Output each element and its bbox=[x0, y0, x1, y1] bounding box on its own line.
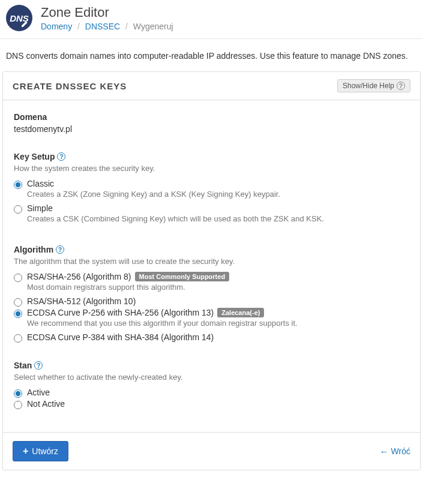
back-button-label: Wróć bbox=[391, 446, 410, 456]
panel-footer: Utwórz Wróć bbox=[3, 432, 420, 470]
key-setup-label-text: Key Setup bbox=[14, 152, 55, 161]
help-icon: ? bbox=[397, 82, 405, 90]
state-active-row: Active bbox=[14, 388, 409, 398]
algorithm-ecdsa256-radio[interactable] bbox=[14, 310, 22, 318]
state-inactive-radio[interactable] bbox=[14, 401, 22, 409]
algorithm-ecdsa384-label: ECDSA Curve P-384 with SHA-384 (Algorith… bbox=[27, 332, 214, 342]
key-setup-classic-radio[interactable] bbox=[14, 181, 22, 189]
algorithm-desc: The algorithm that the system will use t… bbox=[14, 257, 409, 266]
algorithm-ecdsa256-row: ECDSA Curve P-256 with SHA-256 (Algorith… bbox=[14, 308, 409, 331]
state-inactive-label: Not Active bbox=[27, 399, 65, 409]
algorithm-rsa256-desc: Most domain registrars support this algo… bbox=[27, 283, 229, 292]
algorithm-rsa256-label-text: RSA/SHA-256 (Algorithm 8) bbox=[27, 272, 131, 281]
breadcrumb-domeny[interactable]: Domeny bbox=[41, 22, 72, 31]
domain-label-text: Domena bbox=[14, 112, 47, 122]
algorithm-label-text: Algorithm bbox=[14, 245, 53, 254]
algorithm-ecdsa256-desc: We recommend that you use this algorithm… bbox=[27, 319, 298, 328]
key-setup-section: Key Setup ? How the system creates the s… bbox=[14, 152, 409, 227]
algorithm-label: Algorithm ? bbox=[14, 245, 409, 254]
state-inactive-row: Not Active bbox=[14, 399, 409, 409]
state-label: Stan ? bbox=[14, 361, 409, 370]
breadcrumb-separator: / bbox=[77, 22, 80, 31]
algorithm-ecdsa256-label-text: ECDSA Curve P-256 with SHA-256 (Algorith… bbox=[27, 308, 214, 317]
key-setup-classic-desc: Creates a ZSK (Zone Signing Key) and a K… bbox=[27, 190, 280, 199]
panel-header: CREATE DNSSEC KEYS Show/Hide Help ? bbox=[3, 72, 420, 100]
intro-text: DNS converts domain names into computer-… bbox=[0, 39, 423, 71]
domain-section: Domena testdomenytv.pl bbox=[14, 112, 409, 134]
algorithm-rsa256-label: RSA/SHA-256 (Algorithm 8) Most Commonly … bbox=[27, 272, 229, 281]
key-setup-desc: How the system creates the security key. bbox=[14, 164, 409, 173]
key-setup-simple-label: Simple bbox=[27, 203, 324, 213]
state-label-text: Stan bbox=[14, 361, 32, 370]
help-icon[interactable]: ? bbox=[56, 245, 64, 254]
panel-title: CREATE DNSSEC KEYS bbox=[13, 81, 127, 91]
show-hide-help-button[interactable]: Show/Hide Help ? bbox=[337, 79, 410, 92]
create-button[interactable]: Utwórz bbox=[13, 441, 68, 461]
breadcrumb-current: Wygeneruj bbox=[133, 22, 173, 31]
recommended-badge: Zalecana(-e) bbox=[217, 308, 264, 317]
algorithm-ecdsa384-radio[interactable] bbox=[14, 334, 22, 343]
back-button[interactable]: Wróć bbox=[380, 446, 410, 457]
state-desc: Select whether to activate the newly-cre… bbox=[14, 373, 409, 382]
algorithm-ecdsa384-row: ECDSA Curve P-384 with SHA-384 (Algorith… bbox=[14, 332, 409, 343]
breadcrumb: Domeny / DNSSEC / Wygeneruj bbox=[41, 22, 173, 31]
title-block: Zone Editor Domeny / DNSSEC / Wygeneruj bbox=[41, 5, 173, 31]
algorithm-section: Algorithm ? The algorithm that the syste… bbox=[14, 245, 409, 343]
help-icon[interactable]: ? bbox=[34, 361, 43, 370]
domain-value: testdomenytv.pl bbox=[14, 124, 409, 134]
algorithm-rsa512-radio[interactable] bbox=[14, 298, 22, 307]
page-title: Zone Editor bbox=[41, 5, 173, 20]
key-setup-label: Key Setup ? bbox=[14, 152, 409, 161]
breadcrumb-dnssec[interactable]: DNSSEC bbox=[85, 22, 120, 31]
page-header: DNS Zone Editor Domeny / DNSSEC / Wygene… bbox=[0, 0, 423, 39]
panel-body: Domena testdomenytv.pl Key Setup ? How t… bbox=[3, 100, 420, 432]
algorithm-rsa256-row: RSA/SHA-256 (Algorithm 8) Most Commonly … bbox=[14, 272, 409, 295]
dns-icon: DNS bbox=[6, 5, 32, 31]
key-setup-classic-row: Classic Creates a ZSK (Zone Signing Key)… bbox=[14, 179, 409, 202]
key-setup-classic-label: Classic bbox=[27, 179, 280, 188]
key-setup-simple-radio[interactable] bbox=[14, 205, 22, 214]
algorithm-rsa512-row: RSA/SHA-512 (Algorithm 10) bbox=[14, 296, 409, 307]
breadcrumb-separator: / bbox=[125, 22, 128, 31]
state-section: Stan ? Select whether to activate the ne… bbox=[14, 361, 409, 409]
algorithm-rsa512-label: RSA/SHA-512 (Algorithm 10) bbox=[27, 296, 136, 306]
create-dnssec-panel: CREATE DNSSEC KEYS Show/Hide Help ? Dome… bbox=[2, 71, 421, 470]
plus-icon bbox=[23, 446, 28, 456]
help-icon[interactable]: ? bbox=[57, 152, 65, 161]
most-common-badge: Most Commonly Supported bbox=[135, 272, 230, 281]
help-button-label: Show/Hide Help bbox=[343, 82, 394, 90]
domain-label: Domena bbox=[14, 112, 409, 122]
state-active-label: Active bbox=[27, 388, 50, 397]
algorithm-rsa256-radio[interactable] bbox=[14, 274, 22, 282]
key-setup-simple-row: Simple Creates a CSK (Combined Signing K… bbox=[14, 203, 409, 227]
arrow-left-icon bbox=[380, 446, 389, 457]
key-setup-simple-desc: Creates a CSK (Combined Signing Key) whi… bbox=[27, 214, 324, 223]
state-active-radio[interactable] bbox=[14, 389, 22, 398]
algorithm-ecdsa256-label: ECDSA Curve P-256 with SHA-256 (Algorith… bbox=[27, 308, 298, 317]
create-button-label: Utwórz bbox=[32, 446, 58, 456]
